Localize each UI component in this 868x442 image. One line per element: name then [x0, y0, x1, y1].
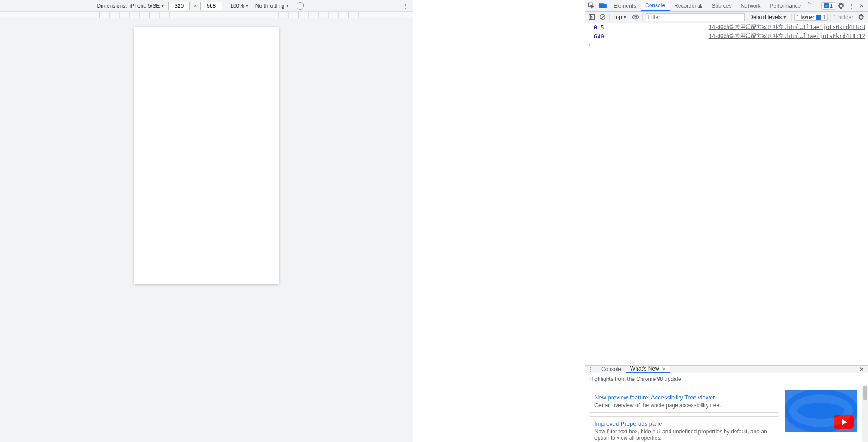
card-title[interactable]: Improved Properties pane	[594, 420, 774, 427]
drawer-more-icon[interactable]: ⋮	[585, 366, 597, 373]
close-drawer-icon[interactable]: ✕	[855, 366, 868, 373]
dimensions-dropdown[interactable]: Dimensions: iPhone 5/SE ▼	[97, 3, 165, 9]
chevron-down-icon: ▼	[245, 4, 249, 8]
feature-card[interactable]: New preview feature: Accessibility Tree …	[590, 390, 778, 413]
drawer: ⋮ Console What's New ✕ ✕ Highlights from…	[585, 365, 868, 442]
play-icon	[834, 415, 854, 429]
scrollbar[interactable]	[862, 385, 868, 442]
zoom-dropdown[interactable]: 100% ▼	[230, 3, 249, 9]
tab-network[interactable]: Network	[736, 0, 765, 11]
tab-elements[interactable]: Elements	[609, 0, 641, 11]
more-tabs-icon[interactable]: »	[805, 0, 813, 11]
live-expression-icon[interactable]	[632, 13, 640, 21]
console-row: 0.5 14-移动端常用适配方案四补充.html…tl1aeijots0krd4…	[585, 23, 868, 32]
issues-pill[interactable]: 1 Issue: 1	[794, 14, 828, 21]
console-source-link[interactable]: 14-移动端常用适配方案四补充.html…tl1aeijots0krd4t8:8	[709, 24, 865, 31]
drawer-tab-console[interactable]: Console	[597, 366, 626, 373]
device-toolbar: Dimensions: iPhone 5/SE ▼ × 100% ▼ No th…	[0, 0, 413, 12]
width-input[interactable]	[168, 2, 190, 10]
flask-icon	[698, 4, 703, 8]
ruler	[0, 12, 413, 18]
zoom-value: 100%	[230, 3, 244, 9]
hidden-count: 1 hidden	[834, 14, 854, 20]
drawer-tab-whatsnew[interactable]: What's New ✕	[626, 366, 670, 373]
chevron-down-icon: ▼	[783, 15, 787, 19]
svg-rect-2	[604, 4, 606, 8]
device-toggle-icon[interactable]	[597, 0, 609, 11]
card-description: New filter text box, hide null and undef…	[594, 428, 774, 441]
sidebar-toggle-icon[interactable]	[588, 13, 596, 21]
console-row: 640 14-移动端常用适配方案四补充.html…l1aeijots0krd4t…	[585, 32, 868, 41]
chevron-down-icon: ▼	[286, 4, 290, 8]
console-filter-input[interactable]	[646, 13, 745, 21]
chevron-down-icon: ▼	[623, 15, 627, 19]
console-prompt[interactable]: ›	[585, 41, 868, 49]
rotate-icon[interactable]	[297, 2, 304, 10]
close-devtools-icon[interactable]: ✕	[855, 2, 868, 10]
console-source-link[interactable]: 14-移动端常用适配方案四补充.html…l1aeijots0krd4t8:12	[709, 33, 865, 40]
more-options-icon[interactable]: ⋮	[401, 2, 409, 10]
multiply-label: ×	[193, 3, 197, 9]
devtools-tabstrip: Elements Console Recorder Sources Networ…	[585, 0, 868, 12]
inspect-icon[interactable]	[585, 0, 597, 11]
tab-performance[interactable]: Performance	[765, 0, 805, 11]
tab-recorder[interactable]: Recorder	[670, 0, 707, 11]
chat-icon	[816, 15, 821, 20]
device-frame[interactable]	[134, 27, 279, 284]
devtools-panel: Elements Console Recorder Sources Networ…	[585, 0, 868, 442]
close-tab-icon[interactable]: ✕	[662, 366, 666, 372]
whatsnew-body: New preview feature: Accessibility Tree …	[585, 385, 862, 442]
context-dropdown[interactable]: top ▼	[613, 14, 629, 20]
video-thumbnail[interactable]	[785, 390, 857, 432]
throttling-value: No throttling	[255, 3, 285, 9]
viewport-area	[0, 18, 413, 442]
svg-point-7	[635, 16, 637, 18]
chat-icon: ✉	[824, 3, 829, 8]
chevron-down-icon: ▼	[160, 4, 165, 8]
feature-card[interactable]: Improved Properties pane New filter text…	[590, 416, 778, 442]
console-value: 640	[594, 33, 604, 40]
log-levels-dropdown[interactable]: Default levels ▼	[747, 14, 788, 20]
console-output[interactable]: 0.5 14-移动端常用适配方案四补充.html…tl1aeijots0krd4…	[585, 23, 868, 365]
settings-icon[interactable]	[835, 2, 847, 9]
card-title[interactable]: New preview feature: Accessibility Tree …	[594, 394, 774, 401]
highlights-heading: Highlights from the Chrome 98 update	[585, 373, 868, 385]
height-input[interactable]	[200, 2, 222, 10]
svg-rect-1	[599, 3, 604, 7]
issues-badge[interactable]: ✉ 1	[821, 2, 835, 10]
device-name: iPhone 5/SE	[130, 3, 160, 9]
tab-console[interactable]: Console	[641, 0, 670, 11]
svg-line-6	[601, 15, 604, 19]
card-description: Get an overview of the whole page access…	[594, 402, 774, 409]
console-value: 0.5	[594, 24, 604, 31]
devtools-more-icon[interactable]: ⋮	[847, 2, 855, 10]
tab-sources[interactable]: Sources	[707, 0, 736, 11]
clear-console-icon[interactable]	[599, 13, 607, 21]
throttling-dropdown[interactable]: No throttling ▼	[255, 3, 290, 9]
drawer-tabstrip: ⋮ Console What's New ✕ ✕	[585, 366, 868, 373]
dimensions-label: Dimensions:	[97, 3, 127, 9]
console-toolbar: top ▼ Default levels ▼ 1 Issue: 1 1 hidd…	[585, 12, 868, 23]
svg-rect-3	[589, 15, 595, 20]
console-settings-icon[interactable]	[857, 14, 865, 20]
